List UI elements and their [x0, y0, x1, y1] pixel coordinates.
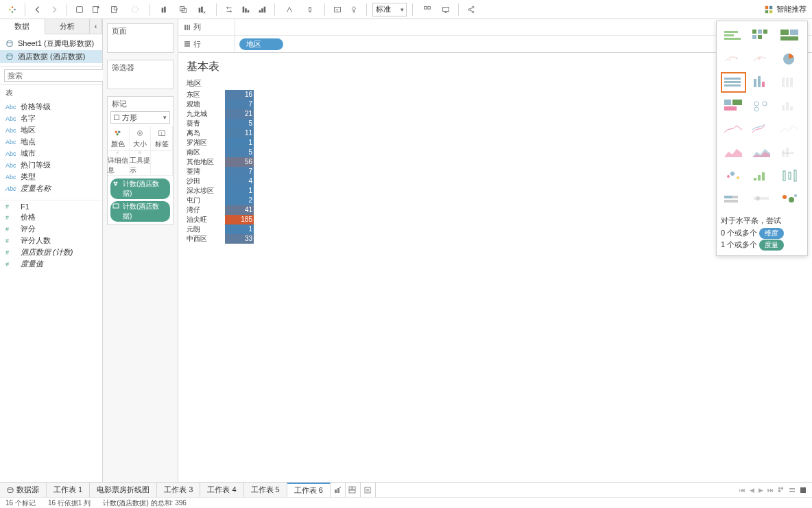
- share-icon[interactable]: [464, 3, 478, 16]
- sheet-tab[interactable]: 工作表 3: [157, 483, 200, 497]
- measure-field[interactable]: #价格: [0, 211, 102, 223]
- table-row[interactable]: 南区5: [187, 148, 804, 157]
- showme-chart-type[interactable]: [721, 49, 746, 69]
- labels-icon[interactable]: T: [331, 3, 344, 16]
- showme-chart-type[interactable]: [749, 119, 774, 139]
- measure-field[interactable]: #评分: [0, 223, 102, 235]
- logo-icon[interactable]: [5, 3, 19, 16]
- dimension-field[interactable]: Abc地点: [0, 136, 102, 148]
- table-row[interactable]: 离岛11: [187, 128, 804, 138]
- measure-field[interactable]: #F1: [0, 202, 102, 211]
- table-row[interactable]: 葵青5: [187, 119, 804, 128]
- dimension-field[interactable]: Abc价格等级: [0, 101, 102, 113]
- dimension-field[interactable]: Abc类型: [0, 171, 102, 183]
- showme-chart-type[interactable]: [749, 95, 774, 116]
- table-row[interactable]: 东区16: [187, 90, 804, 100]
- showme-chart-type[interactable]: [721, 142, 746, 163]
- new-dashboard-icon[interactable]: [346, 483, 361, 497]
- marks-detail[interactable]: 详细信息: [108, 151, 130, 176]
- measure-field[interactable]: #度量值: [0, 258, 102, 270]
- sheet-tab[interactable]: 工作表 5: [244, 483, 287, 497]
- table-row[interactable]: 九龙城21: [187, 109, 804, 119]
- showme-chart-type[interactable]: [721, 95, 746, 116]
- back-icon[interactable]: [31, 3, 45, 16]
- color-pill[interactable]: 计数(酒店数据): [110, 178, 170, 199]
- table-row[interactable]: 观塘7: [187, 100, 804, 109]
- dimension-field[interactable]: Abc名字: [0, 113, 102, 124]
- label-pill[interactable]: 计数(酒店数据): [110, 201, 170, 222]
- showme-chart-type[interactable]: [749, 49, 774, 69]
- datasource-item[interactable]: Sheet1 (豆瓣电影数据): [0, 37, 102, 50]
- present-icon[interactable]: [439, 3, 453, 16]
- showme-chart-type[interactable]: [749, 25, 774, 46]
- marks-type-select[interactable]: 方形: [110, 111, 170, 124]
- showme-chart-type[interactable]: [721, 189, 746, 209]
- tab-analytics[interactable]: 分析: [45, 19, 91, 34]
- rows-pill-region[interactable]: 地区: [239, 38, 283, 50]
- collapse-sidebar-icon[interactable]: ‹: [90, 19, 102, 34]
- dimension-field[interactable]: Abc地区: [0, 124, 102, 136]
- search-input[interactable]: [4, 69, 106, 82]
- new-story-icon[interactable]: [361, 483, 376, 497]
- datasource-item[interactable]: 酒店数据 (酒店数据): [0, 50, 102, 63]
- showme-chart-type[interactable]: [778, 25, 803, 46]
- showme-chart-type[interactable]: [778, 49, 803, 69]
- table-row[interactable]: 深水埗区1: [187, 186, 804, 196]
- sheet-tab[interactable]: 电影票房折线图: [90, 483, 157, 497]
- tab-nav[interactable]: ⏮◀▶⏭: [739, 483, 812, 497]
- swap-icon[interactable]: [222, 3, 236, 16]
- pause-icon[interactable]: [126, 3, 144, 16]
- cards-icon[interactable]: [418, 3, 436, 16]
- marks-size[interactable]: 大小: [130, 126, 152, 151]
- table-row[interactable]: 罗湖区1: [187, 138, 804, 148]
- showme-chart-type[interactable]: [721, 72, 746, 93]
- tab-data[interactable]: 数据: [0, 19, 45, 34]
- clear-icon[interactable]: [193, 3, 211, 16]
- sort-desc-icon[interactable]: [255, 3, 269, 16]
- highlight-icon[interactable]: [280, 3, 298, 16]
- table-row[interactable]: 屯门2: [187, 196, 804, 205]
- tab-datasource[interactable]: 数据源: [0, 483, 47, 497]
- group-icon[interactable]: [301, 3, 319, 16]
- showme-chart-type[interactable]: [778, 189, 803, 209]
- table-row[interactable]: 其他地区56: [187, 157, 804, 167]
- fit-select[interactable]: 标准: [372, 3, 407, 16]
- dimension-field[interactable]: Abc城市: [0, 148, 102, 159]
- show-me-button[interactable]: 智能推荐: [764, 4, 807, 14]
- dimension-field[interactable]: Abc热门等级: [0, 159, 102, 171]
- showme-chart-type[interactable]: [749, 72, 774, 93]
- refresh-icon[interactable]: [106, 3, 123, 16]
- showme-chart-type[interactable]: [749, 189, 774, 209]
- table-row[interactable]: 湾仔41: [187, 205, 804, 215]
- marks-tooltip[interactable]: 工具提示: [130, 151, 152, 176]
- new-data-icon[interactable]: [89, 3, 103, 16]
- save-icon[interactable]: [73, 3, 86, 16]
- showme-chart-type[interactable]: [749, 142, 774, 163]
- measure-field[interactable]: #评分人数: [0, 235, 102, 246]
- table-row[interactable]: 荃湾7: [187, 167, 804, 176]
- showme-chart-type[interactable]: [778, 72, 803, 93]
- sheet-tab[interactable]: 工作表 6: [287, 483, 331, 497]
- new-sheet-icon[interactable]: [156, 3, 174, 16]
- showme-chart-type[interactable]: [721, 119, 746, 139]
- showme-chart-type[interactable]: [721, 165, 746, 186]
- measure-field[interactable]: #酒店数据 (计数): [0, 246, 102, 258]
- marks-color[interactable]: 颜色: [108, 126, 130, 151]
- table-row[interactable]: 油尖旺185: [187, 215, 804, 224]
- table-row[interactable]: 沙田4: [187, 176, 804, 186]
- showme-chart-type[interactable]: [778, 95, 803, 116]
- dimension-field[interactable]: Abc度量名称: [0, 183, 102, 194]
- forward-icon[interactable]: [47, 3, 61, 16]
- showme-chart-type[interactable]: [778, 142, 803, 163]
- table-row[interactable]: 元朗1: [187, 224, 804, 234]
- duplicate-icon[interactable]: [176, 3, 190, 16]
- sort-asc-icon[interactable]: [239, 3, 252, 16]
- marks-label[interactable]: T标签: [151, 126, 173, 151]
- new-worksheet-icon[interactable]: [331, 483, 346, 497]
- showme-chart-type[interactable]: [778, 119, 803, 139]
- showme-chart-type[interactable]: [778, 165, 803, 186]
- showme-chart-type[interactable]: [721, 25, 746, 46]
- sheet-tab[interactable]: 工作表 1: [47, 483, 90, 497]
- sheet-tab[interactable]: 工作表 4: [200, 483, 243, 497]
- showme-chart-type[interactable]: [749, 165, 774, 186]
